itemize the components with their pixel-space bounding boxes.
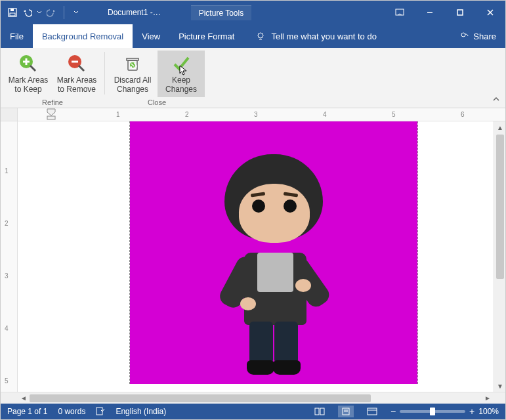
tab-view[interactable]: View <box>133 24 169 48</box>
keep-label: Keep Changes <box>159 75 203 94</box>
print-layout-icon[interactable] <box>338 406 354 417</box>
tell-me-input[interactable]: Tell me what you want to do <box>271 32 376 41</box>
page-indicator[interactable]: Page 1 of 1 <box>7 407 47 416</box>
ruler-mark: 4 <box>323 111 327 118</box>
scroll-thumb[interactable] <box>496 135 504 279</box>
group-refine: Mark Areas to Keep Mark Areas to Remove … <box>1 48 104 108</box>
maximize-icon[interactable] <box>445 1 475 24</box>
mark-areas-remove-button[interactable]: Mark Areas to Remove <box>53 51 100 97</box>
trash-icon <box>122 53 143 74</box>
zoom-slider[interactable] <box>400 410 465 413</box>
ruler-mark: 2 <box>5 220 9 227</box>
tab-file[interactable]: File <box>1 24 33 48</box>
document-title: Document1 -… <box>108 8 161 17</box>
mark-keep-label: Mark Areas to Keep <box>6 75 51 94</box>
save-icon[interactable] <box>7 7 18 18</box>
zoom-level[interactable]: 100% <box>478 407 499 416</box>
mark-remove-label: Mark Areas to Remove <box>54 75 99 94</box>
svg-rect-1 <box>11 9 14 11</box>
svg-rect-23 <box>315 408 319 415</box>
undo-icon[interactable] <box>22 7 32 18</box>
horizontal-ruler[interactable]: 1 2 3 4 5 6 <box>1 108 505 121</box>
ribbon-tabs: File Background Removal View Picture For… <box>1 24 505 48</box>
svg-rect-19 <box>127 58 138 60</box>
document-area: 1 2 3 4 5 ▲ <box>1 121 505 392</box>
svg-point-10 <box>461 33 465 37</box>
ruler-mark: 5 <box>5 377 9 385</box>
ribbon: Mark Areas to Keep Mark Areas to Remove … <box>1 48 505 108</box>
ruler-mark: 1 <box>5 167 9 175</box>
vertical-scrollbar[interactable]: ▲ ▼ <box>494 121 505 392</box>
share-label: Share <box>473 32 496 41</box>
dropdown-icon[interactable] <box>36 7 43 18</box>
picture-selection[interactable] <box>129 121 418 384</box>
read-mode-icon[interactable] <box>312 406 327 417</box>
minimize-icon[interactable] <box>415 1 445 24</box>
share-icon <box>460 31 469 42</box>
context-tab-label[interactable]: Picture Tools <box>191 5 251 20</box>
redo-icon[interactable] <box>47 7 57 18</box>
svg-line-14 <box>30 66 35 71</box>
close-icon[interactable] <box>475 1 505 24</box>
indent-marker-icon[interactable] <box>47 108 56 120</box>
status-bar: Page 1 of 1 0 words English (India) − + … <box>1 404 505 419</box>
word-count[interactable]: 0 words <box>58 407 85 416</box>
discard-changes-button[interactable]: Discard All Changes <box>109 51 156 97</box>
zoom-out-icon[interactable]: − <box>390 406 396 417</box>
horizontal-scrollbar[interactable]: ◄ ► <box>1 392 505 404</box>
discard-label: Discard All Changes <box>110 75 155 94</box>
title-bar: Document1 -… Picture Tools <box>1 1 505 24</box>
mark-areas-keep-button[interactable]: Mark Areas to Keep <box>5 51 52 97</box>
ribbon-display-icon[interactable] <box>385 1 415 24</box>
scroll-down-icon[interactable]: ▼ <box>494 380 505 392</box>
collapse-ribbon-icon[interactable] <box>492 95 500 105</box>
plus-circle-icon <box>18 53 39 74</box>
svg-point-8 <box>258 33 263 38</box>
proofing-icon[interactable] <box>96 406 105 417</box>
ruler-mark: 3 <box>254 111 258 118</box>
group-close: Discard All Changes Keep Changes Close <box>105 48 209 108</box>
foreground-subject <box>198 154 349 377</box>
svg-rect-21 <box>47 116 55 119</box>
share-button[interactable]: Share <box>460 24 505 48</box>
scroll-thumb[interactable] <box>30 394 371 402</box>
vertical-ruler[interactable]: 1 2 3 4 5 <box>1 121 18 392</box>
tab-background-removal[interactable]: Background Removal <box>33 24 133 48</box>
ruler-mark: 5 <box>392 111 396 118</box>
svg-line-17 <box>79 66 84 71</box>
ruler-mark: 6 <box>461 111 465 118</box>
ruler-mark: 1 <box>116 111 120 118</box>
scroll-right-icon[interactable]: ► <box>482 394 494 402</box>
cursor-icon <box>179 65 187 75</box>
keep-changes-button[interactable]: Keep Changes <box>158 51 205 97</box>
close-group-label: Close <box>148 97 166 109</box>
zoom-in-icon[interactable]: + <box>469 406 474 417</box>
svg-rect-22 <box>96 408 102 415</box>
svg-rect-3 <box>396 9 404 15</box>
lightbulb-icon <box>255 31 266 41</box>
ruler-mark: 3 <box>5 272 9 280</box>
minus-circle-icon <box>66 53 87 74</box>
qat-customize-icon[interactable] <box>71 7 81 18</box>
svg-rect-2 <box>10 13 15 16</box>
language-indicator[interactable]: English (India) <box>116 407 166 416</box>
web-layout-icon[interactable] <box>364 406 380 417</box>
document-page[interactable] <box>18 121 494 392</box>
scroll-up-icon[interactable]: ▲ <box>494 121 505 133</box>
svg-rect-28 <box>368 408 377 415</box>
svg-rect-24 <box>320 408 324 415</box>
refine-group-label: Refine <box>42 97 63 109</box>
ruler-mark: 4 <box>5 325 9 332</box>
background-removal-mask <box>130 121 417 384</box>
scroll-left-icon[interactable]: ◄ <box>18 394 30 402</box>
svg-rect-5 <box>457 10 463 15</box>
ruler-mark: 2 <box>185 111 189 118</box>
tab-picture-format[interactable]: Picture Format <box>169 24 243 48</box>
